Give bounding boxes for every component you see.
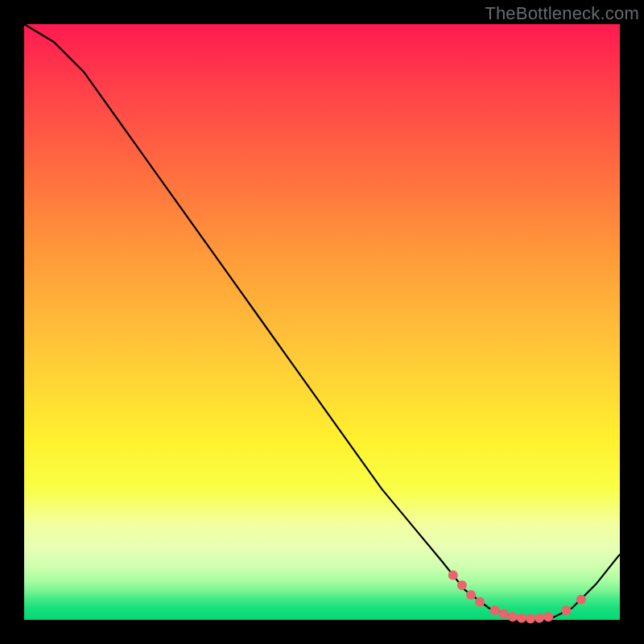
curve-marker <box>499 609 509 619</box>
chart-overlay <box>24 24 620 620</box>
chart-frame: TheBottleneck.com <box>0 0 644 644</box>
bottleneck-curve <box>24 24 620 620</box>
curve-marker <box>475 597 485 607</box>
plot-area <box>24 24 620 620</box>
curve-marker <box>543 612 553 621</box>
curve-marker <box>576 595 586 605</box>
watermark-label: TheBottleneck.com <box>485 3 639 24</box>
curve-marker <box>517 613 526 623</box>
marker-group <box>448 571 586 624</box>
curve-marker <box>535 613 544 623</box>
curve-marker <box>490 605 500 615</box>
curve-marker <box>448 571 458 580</box>
curve-marker <box>466 590 476 600</box>
curve-marker <box>508 612 518 621</box>
curve-marker <box>561 605 571 615</box>
curve-marker <box>526 614 535 624</box>
curve-marker <box>457 580 467 590</box>
